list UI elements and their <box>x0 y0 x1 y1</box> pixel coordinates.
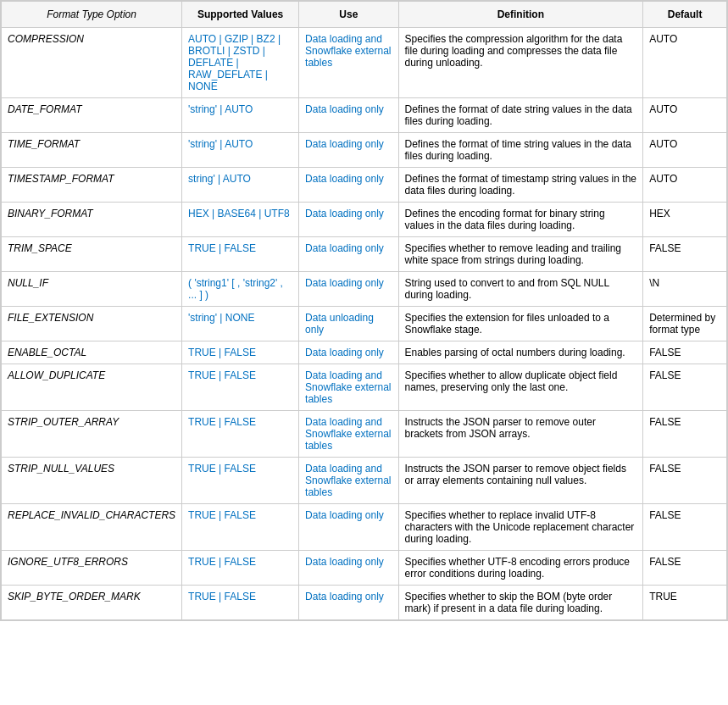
cell-definition: Specifies whether to remove leading and … <box>398 237 643 272</box>
table-row: TIMESTAMP_FORMATstring' | AUTOData loadi… <box>2 168 727 203</box>
cell-option: TIMESTAMP_FORMAT <box>2 168 182 203</box>
cell-supported: TRUE | FALSE <box>182 341 299 364</box>
table-row: BINARY_FORMATHEX | BASE64 | UTF8Data loa… <box>2 203 727 237</box>
cell-definition: Specifies the extension for files unload… <box>398 307 643 341</box>
cell-option: SKIP_BYTE_ORDER_MARK <box>2 586 182 620</box>
cell-option: ALLOW_DUPLICATE <box>2 364 182 411</box>
cell-option: NULL_IF <box>2 272 182 307</box>
cell-use: Data loading only <box>299 504 398 551</box>
table-row: TIME_FORMAT'string' | AUTOData loading o… <box>2 133 727 168</box>
cell-option: COMPRESSION <box>2 28 182 98</box>
cell-use: Data loading only <box>299 203 398 237</box>
cell-definition: Specifies whether to skip the BOM (byte … <box>398 586 643 620</box>
cell-default: FALSE <box>643 364 727 411</box>
cell-supported: 'string' | AUTO <box>182 133 299 168</box>
cell-supported: TRUE | FALSE <box>182 551 299 586</box>
cell-option: TIME_FORMAT <box>2 133 182 168</box>
cell-option: IGNORE_UTF8_ERRORS <box>2 551 182 586</box>
table-row: NULL_IF( 'string1' [ , 'string2' , ... ]… <box>2 272 727 307</box>
cell-default: FALSE <box>643 551 727 586</box>
cell-option: BINARY_FORMAT <box>2 203 182 237</box>
cell-option: TRIM_SPACE <box>2 237 182 272</box>
cell-use: Data loading only <box>299 341 398 364</box>
cell-option: FILE_EXTENSION <box>2 307 182 341</box>
table-row: COMPRESSIONAUTO | GZIP | BZ2 | BROTLI | … <box>2 28 727 98</box>
header-supported: Supported Values <box>182 2 299 28</box>
cell-use: Data loading only <box>299 237 398 272</box>
cell-default: AUTO <box>643 168 727 203</box>
table-row: TRIM_SPACETRUE | FALSEData loading onlyS… <box>2 237 727 272</box>
table-row: IGNORE_UTF8_ERRORSTRUE | FALSEData loadi… <box>2 551 727 586</box>
header-option: Format Type Option <box>2 2 182 28</box>
cell-default: FALSE <box>643 341 727 364</box>
cell-supported: HEX | BASE64 | UTF8 <box>182 203 299 237</box>
table-row: STRIP_NULL_VALUESTRUE | FALSEData loadin… <box>2 458 727 504</box>
table-row: DATE_FORMAT'string' | AUTOData loading o… <box>2 98 727 133</box>
cell-default: AUTO <box>643 98 727 133</box>
cell-default: Determined by format type <box>643 307 727 341</box>
cell-supported: string' | AUTO <box>182 168 299 203</box>
table-row: SKIP_BYTE_ORDER_MARKTRUE | FALSEData loa… <box>2 586 727 620</box>
cell-option: STRIP_NULL_VALUES <box>2 458 182 504</box>
cell-definition: Specifies whether UTF-8 encoding errors … <box>398 551 643 586</box>
cell-supported: AUTO | GZIP | BZ2 | BROTLI | ZSTD | DEFL… <box>182 28 299 98</box>
cell-supported: TRUE | FALSE <box>182 411 299 458</box>
cell-supported: TRUE | FALSE <box>182 586 299 620</box>
cell-supported: TRUE | FALSE <box>182 237 299 272</box>
table-row: ALLOW_DUPLICATETRUE | FALSEData loading … <box>2 364 727 411</box>
cell-option: DATE_FORMAT <box>2 98 182 133</box>
header-default: Default <box>643 2 727 28</box>
cell-definition: String used to convert to and from SQL N… <box>398 272 643 307</box>
main-table-container: Format Type Option Supported Values Use … <box>0 0 728 621</box>
cell-definition: Instructs the JSON parser to remove obje… <box>398 458 643 504</box>
cell-default: FALSE <box>643 504 727 551</box>
cell-use: Data loading only <box>299 586 398 620</box>
table-body: COMPRESSIONAUTO | GZIP | BZ2 | BROTLI | … <box>2 28 727 620</box>
cell-default: TRUE <box>643 586 727 620</box>
cell-use: Data loading and Snowflake external tabl… <box>299 411 398 458</box>
cell-supported: TRUE | FALSE <box>182 458 299 504</box>
cell-supported: 'string' | NONE <box>182 307 299 341</box>
cell-use: Data loading only <box>299 551 398 586</box>
cell-definition: Specifies whether to replace invalid UTF… <box>398 504 643 551</box>
cell-default: HEX <box>643 203 727 237</box>
cell-option: REPLACE_INVALID_CHARACTERS <box>2 504 182 551</box>
cell-definition: Specifies the compression algorithm for … <box>398 28 643 98</box>
cell-use: Data loading and Snowflake external tabl… <box>299 28 398 98</box>
cell-supported: TRUE | FALSE <box>182 504 299 551</box>
cell-supported: 'string' | AUTO <box>182 98 299 133</box>
cell-definition: Specifies whether to allow duplicate obj… <box>398 364 643 411</box>
cell-definition: Defines the encoding format for binary s… <box>398 203 643 237</box>
cell-use: Data loading and Snowflake external tabl… <box>299 364 398 411</box>
cell-default: \N <box>643 272 727 307</box>
header-definition: Definition <box>398 2 643 28</box>
cell-default: FALSE <box>643 458 727 504</box>
table-header-row: Format Type Option Supported Values Use … <box>2 2 727 28</box>
table-row: STRIP_OUTER_ARRAYTRUE | FALSEData loadin… <box>2 411 727 458</box>
format-options-table: Format Type Option Supported Values Use … <box>1 1 727 620</box>
cell-use: Data unloading only <box>299 307 398 341</box>
cell-default: AUTO <box>643 133 727 168</box>
cell-default: AUTO <box>643 28 727 98</box>
cell-definition: Instructs the JSON parser to remove oute… <box>398 411 643 458</box>
table-row: REPLACE_INVALID_CHARACTERSTRUE | FALSEDa… <box>2 504 727 551</box>
cell-default: FALSE <box>643 411 727 458</box>
cell-supported: ( 'string1' [ , 'string2' , ... ] ) <box>182 272 299 307</box>
cell-use: Data loading only <box>299 133 398 168</box>
cell-use: Data loading only <box>299 168 398 203</box>
cell-definition: Defines the format of timestamp string v… <box>398 168 643 203</box>
cell-definition: Defines the format of time string values… <box>398 133 643 168</box>
table-row: ENABLE_OCTALTRUE | FALSEData loading onl… <box>2 341 727 364</box>
table-row: FILE_EXTENSION'string' | NONEData unload… <box>2 307 727 341</box>
cell-definition: Enables parsing of octal numbers during … <box>398 341 643 364</box>
cell-definition: Defines the format of date string values… <box>398 98 643 133</box>
cell-option: ENABLE_OCTAL <box>2 341 182 364</box>
cell-use: Data loading only <box>299 98 398 133</box>
cell-supported: TRUE | FALSE <box>182 364 299 411</box>
header-use: Use <box>299 2 398 28</box>
cell-option: STRIP_OUTER_ARRAY <box>2 411 182 458</box>
cell-use: Data loading only <box>299 272 398 307</box>
cell-default: FALSE <box>643 237 727 272</box>
cell-use: Data loading and Snowflake external tabl… <box>299 458 398 504</box>
